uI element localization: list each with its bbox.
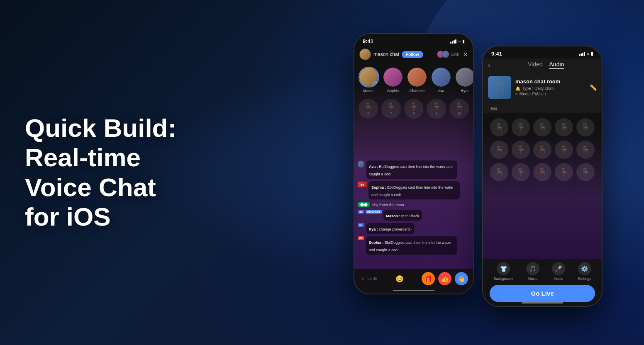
chat-text-sophia2: Sophia : EbilDoggies cast their line int…	[369, 241, 451, 252]
seat-p2-6[interactable]: 🪑	[490, 141, 508, 159]
viewer-avatars	[437, 51, 449, 58]
seat-p2-5[interactable]: 🪑	[576, 118, 595, 136]
tab-audio[interactable]: Audio	[549, 61, 564, 69]
anchor-badge: ANCHOR	[366, 210, 382, 214]
phones-container: 9:41 ≈ ▮ mason chat Follow	[354, 33, 603, 307]
phone2-status-bar: 9:41 ≈ ▮	[483, 46, 602, 58]
seat-p2-13[interactable]: 🪑	[533, 163, 551, 181]
participant-name-sophia: Sophia	[387, 89, 399, 93]
phone1-header: mason chat Follow 320› ✕	[354, 46, 473, 63]
participant-avatar-mason: 🎤	[359, 67, 379, 87]
tag-badge-mason: 25	[358, 210, 364, 214]
viewer-count: 320›	[451, 52, 459, 57]
participant-name-ava: Ava	[438, 89, 444, 93]
seat-p2-1[interactable]: 🪑	[490, 118, 508, 136]
chat-area: Ava : EbilDoggies cast their line into t…	[354, 157, 473, 260]
back-button[interactable]: ‹	[488, 61, 490, 69]
seat-p2-2[interactable]: 🪑	[512, 118, 530, 136]
room-title: mason chat room	[515, 78, 585, 85]
chat-bubble-rya: Rya : change playercard ·	[366, 223, 415, 234]
wifi-icon-p2: ≈	[587, 51, 589, 56]
battery-icon: ▮	[462, 39, 465, 44]
seat-row-p2-1: 🪑 🪑 🪑 🪑 🪑	[487, 118, 598, 136]
chat-text-ava: Ava : EbilDoggies cast their line into t…	[369, 165, 453, 176]
seat-p2-7[interactable]: 🪑	[512, 141, 530, 159]
close-icon[interactable]: ✕	[463, 51, 468, 58]
phone1-status-bar: 9:41 ≈ ▮	[354, 34, 473, 46]
participant-sophia: Sophia	[383, 67, 403, 93]
wifi-icon: ≈	[458, 39, 461, 44]
signal-icon-p2	[579, 52, 585, 56]
room-avatar	[359, 49, 371, 60]
toolbar-item-background: 👕 Background	[493, 262, 513, 281]
go-live-button[interactable]: Go Live	[490, 285, 595, 302]
hero-section: Quick Build:Real-timeVoice Chatfor iOS	[25, 113, 241, 231]
seat-rows: 🪑 6 🪑 7 🪑 8 🪑 9	[354, 95, 473, 125]
seat-6[interactable]: 🪑 6	[359, 99, 378, 119]
phone2-nav-header: ‹ Video Audio	[483, 58, 602, 72]
tab-container: Video Audio	[495, 61, 597, 69]
toolbar-label-background: Background	[493, 277, 513, 281]
room-name: mason chat	[373, 51, 399, 57]
seat-p2-11[interactable]: 🪑	[490, 163, 508, 181]
lets-talk-placeholder[interactable]: Let's talk	[359, 276, 377, 281]
edit-icon[interactable]: ✏️	[590, 84, 597, 91]
chat-text-sophia1: Sophia : EbilDoggies cast their line int…	[371, 185, 454, 197]
toolbar-label-settings: Settings	[578, 277, 591, 281]
seat-row-p2-3: 🪑 🪑 🪑 🪑 🪑	[487, 163, 598, 181]
tag-badge-rya: 07	[358, 223, 364, 227]
settings-icon[interactable]: ⚙️	[578, 262, 591, 275]
seat-p2-3[interactable]: 🪑	[533, 118, 551, 136]
seat-row-p2-2: 🪑 🪑 🪑 🪑 🪑	[487, 141, 598, 159]
seat-p2-12[interactable]: 🪑	[512, 163, 530, 181]
participant-name-charlotte: Charlotte	[410, 89, 425, 93]
toolbar-label-audio: Audio	[554, 277, 563, 281]
mic-badge: 🎤	[373, 81, 378, 87]
chat-bubble-ava: Ava : EbilDoggies cast their line into t…	[366, 160, 457, 179]
chat-msg-sophia2: 07 Sophia : EbilDoggies cast their line …	[358, 236, 470, 255]
signal-icon	[450, 39, 456, 44]
audio-icon[interactable]: 🎤	[552, 262, 565, 275]
seat-p2-15[interactable]: 🪑	[576, 163, 595, 181]
seat-8[interactable]: 🪑 8	[404, 99, 424, 119]
follow-button[interactable]: Follow	[402, 51, 423, 58]
chat-avatar-sophia1: 99	[358, 182, 367, 187]
phone2-bottom-toolbar: 👕 Background 🎵 Music 🎤 Audio ⚙️ Settings	[483, 259, 602, 306]
chat-text-mason: Mason : modCheck	[386, 214, 420, 218]
toolbar-icons: 👕 Background 🎵 Music 🎤 Audio ⚙️ Settings	[483, 262, 602, 281]
seat-p2-9[interactable]: 🪑	[555, 141, 573, 159]
participant-charlotte: Charlotte	[407, 67, 427, 93]
room-info-section: 🎵 mason chat room 🔔 Type : Daily chat› ≡…	[483, 72, 602, 103]
toolbar-item-settings: ⚙️ Settings	[578, 262, 591, 281]
room-mode: ≡ Mode: Public ›	[515, 92, 585, 96]
phone1-mockup: 9:41 ≈ ▮ mason chat Follow	[354, 33, 474, 294]
viewer-avatar	[442, 51, 449, 58]
seat-9[interactable]: 🪑 9	[427, 99, 446, 119]
chat-msg-mason: 25 ANCHOR Mason : modCheck	[358, 210, 470, 221]
room-info: mason chat Follow	[359, 49, 423, 60]
header-right: 320› ✕	[437, 51, 468, 58]
gift-button[interactable]: 🎁	[422, 272, 435, 285]
seat-p2-4[interactable]: 🪑	[555, 118, 573, 136]
music-icon[interactable]: 🎵	[526, 262, 539, 275]
background-icon[interactable]: 👕	[497, 262, 510, 275]
seat-p2-10[interactable]: 🪑	[576, 141, 595, 159]
participant-avatar-ryan	[455, 67, 474, 87]
chat-bubble-sophia2: Sophia : EbilDoggies cast their line int…	[366, 236, 457, 255]
wave-button[interactable]: 👋	[455, 272, 468, 285]
room-thumbnail: 🎵	[488, 76, 511, 99]
phone2-status-icons: ≈ ▮	[579, 51, 593, 56]
chat-avatar-ava	[358, 161, 364, 168]
participant-name-ryan: Ryan	[461, 89, 469, 93]
tab-video[interactable]: Video	[528, 61, 543, 69]
tag-badge-sophia2: 07	[358, 236, 364, 240]
seat-10[interactable]: 🪑 10	[449, 99, 469, 119]
toolbar-item-music: 🎵 Music	[526, 262, 539, 281]
seat-p2-14[interactable]: 🪑	[555, 163, 573, 181]
like-button[interactable]: 👍	[438, 272, 451, 285]
join-msg-aby: ⬤⬤ Aby Enter the room	[358, 202, 470, 207]
participant-mason: 🎤 Mason	[359, 67, 379, 93]
seat-p2-8[interactable]: 🪑	[533, 141, 551, 159]
seat-7[interactable]: 🪑 7	[381, 99, 401, 119]
emoji-button[interactable]: 😊	[395, 275, 404, 283]
